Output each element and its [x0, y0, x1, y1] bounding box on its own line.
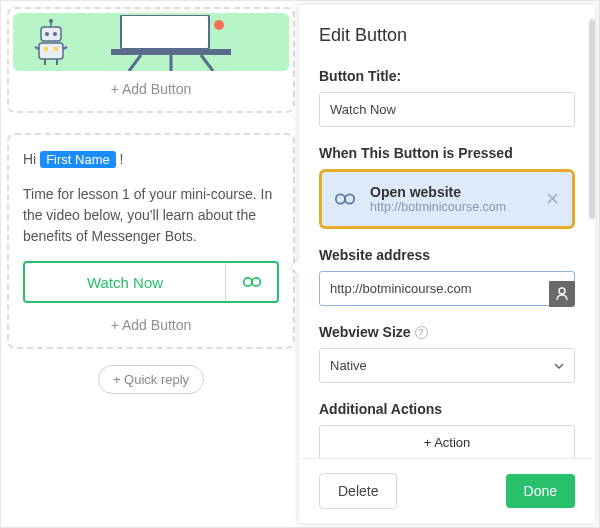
action-title: Open website — [370, 184, 506, 200]
link-icon — [225, 263, 277, 301]
webview-size-select[interactable]: Native — [319, 348, 575, 383]
open-website-action[interactable]: Open website http://botminicourse.com ✕ — [319, 169, 575, 229]
card-illustration — [13, 13, 289, 71]
svg-point-19 — [252, 278, 260, 286]
remove-action-icon[interactable]: ✕ — [540, 187, 564, 211]
label-webview-size: Webview Size ? — [319, 324, 575, 340]
help-icon[interactable]: ? — [415, 326, 428, 339]
svg-rect-7 — [54, 47, 58, 51]
done-button[interactable]: Done — [506, 474, 575, 508]
merge-tag-first-name[interactable]: First Name — [40, 151, 116, 168]
scrollbar[interactable] — [589, 19, 595, 219]
svg-point-20 — [336, 194, 345, 203]
svg-point-21 — [345, 194, 354, 203]
add-button-2[interactable]: + Add Button — [23, 307, 279, 343]
svg-rect-6 — [44, 47, 48, 51]
svg-rect-2 — [41, 27, 61, 41]
add-button-1[interactable]: + Add Button — [13, 71, 289, 107]
svg-point-4 — [53, 32, 57, 36]
label-button-title: Button Title: — [319, 68, 575, 84]
panel-title: Edit Button — [319, 25, 575, 46]
watch-now-label: Watch Now — [25, 263, 225, 301]
button-title-input[interactable] — [319, 92, 575, 127]
svg-point-22 — [559, 288, 565, 294]
template-card: + Add Button — [7, 7, 295, 113]
add-action-button[interactable]: + Action — [319, 425, 575, 458]
greeting-suffix: ! — [120, 151, 124, 167]
insert-variable-icon[interactable] — [549, 281, 575, 307]
edit-button-panel: Edit Button Button Title: When This Butt… — [299, 5, 595, 523]
chevron-down-icon — [554, 363, 564, 369]
link-icon — [334, 191, 356, 207]
add-quick-reply[interactable]: + Quick reply — [98, 365, 204, 394]
svg-rect-5 — [39, 43, 63, 59]
robot-icon — [31, 19, 71, 67]
watch-now-button[interactable]: Watch Now — [23, 261, 279, 303]
svg-rect-13 — [111, 49, 231, 55]
greeting-prefix: Hi — [23, 151, 36, 167]
label-website-address: Website address — [319, 247, 575, 263]
svg-point-18 — [243, 278, 251, 286]
svg-rect-12 — [121, 15, 209, 49]
panel-footer: Delete Done — [299, 458, 595, 523]
message-card: Hi First Name ! Time for lesson 1 of you… — [7, 133, 295, 349]
svg-line-17 — [201, 55, 213, 71]
message-body: Time for lesson 1 of your mini-course. I… — [23, 184, 279, 247]
label-when-pressed: When This Button is Pressed — [319, 145, 575, 161]
easel-icon — [111, 15, 231, 71]
svg-point-3 — [45, 32, 49, 36]
website-address-input[interactable] — [319, 271, 575, 306]
svg-point-14 — [214, 20, 224, 30]
panel-pointer — [291, 257, 301, 277]
action-url: http://botminicourse.com — [370, 200, 506, 214]
delete-button[interactable]: Delete — [319, 473, 397, 509]
webview-size-value: Native — [330, 358, 367, 373]
label-additional-actions: Additional Actions — [319, 401, 575, 417]
svg-line-15 — [129, 55, 141, 71]
message-greeting: Hi First Name ! — [23, 149, 279, 170]
